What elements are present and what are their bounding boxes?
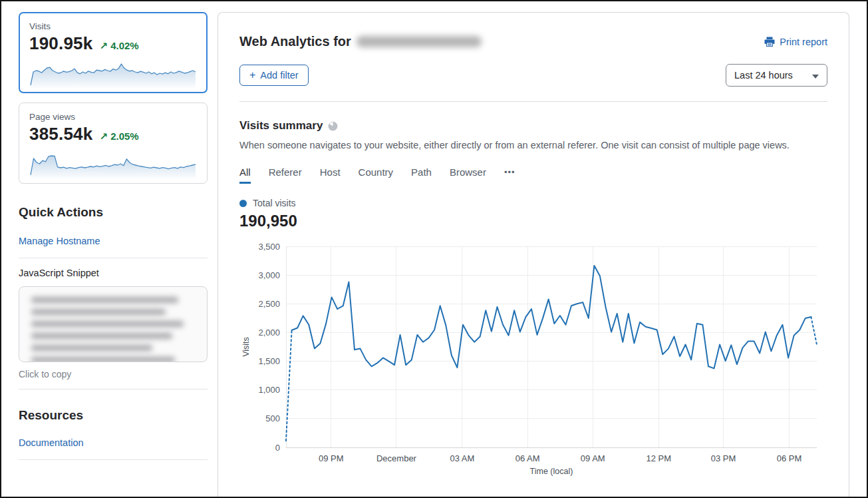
total-visits-value: 190,950	[239, 212, 827, 230]
svg-text:1,000: 1,000	[258, 385, 280, 395]
tab-referer[interactable]: Referer	[269, 166, 302, 178]
divider	[19, 389, 208, 389]
svg-text:Time (local): Time (local)	[530, 467, 573, 476]
visits-card-value: 190.95k	[29, 33, 92, 54]
chevron-down-icon	[812, 75, 819, 79]
visits-summary-description: When someone navigates to your website, …	[239, 140, 827, 150]
visits-metric-card[interactable]: Visits 190.95k ↗ 4.02%	[19, 12, 208, 93]
trend-up-icon: ↗	[99, 40, 108, 51]
plus-icon: +	[249, 70, 255, 81]
site-domain-redacted	[357, 36, 482, 47]
divider	[19, 459, 208, 460]
app-window: Visits 190.95k ↗ 4.02% Page views 385.54…	[0, 0, 868, 498]
svg-text:03 AM: 03 AM	[450, 453, 475, 463]
svg-text:3,500: 3,500	[258, 242, 280, 252]
svg-text:0: 0	[275, 443, 280, 453]
svg-text:December: December	[376, 453, 417, 463]
redacted-code-line	[31, 321, 184, 327]
print-report-link[interactable]: Print report	[764, 37, 827, 47]
chart-legend: Total visits	[239, 198, 827, 208]
pie-chart-icon	[328, 121, 338, 131]
click-to-copy-hint: Click to copy	[19, 369, 208, 379]
quick-actions-heading: Quick Actions	[19, 205, 208, 220]
svg-text:03 PM: 03 PM	[711, 453, 736, 463]
redacted-code-line	[31, 357, 175, 362]
visits-summary-title: Visits summary	[239, 119, 323, 132]
svg-text:3,000: 3,000	[258, 270, 280, 280]
divider	[239, 101, 827, 102]
page-title: Web Analytics for	[239, 34, 482, 49]
visits-card-label: Visits	[29, 21, 197, 31]
svg-text:12 PM: 12 PM	[646, 453, 671, 463]
redacted-code-line	[31, 333, 172, 339]
dimension-tabs: AllRefererHostCountryPathBrowser•••	[239, 166, 827, 178]
pageviews-metric-card[interactable]: Page views 385.54k ↗ 2.05%	[19, 103, 208, 184]
svg-text:2,000: 2,000	[258, 328, 280, 338]
legend-label: Total visits	[253, 198, 296, 208]
printer-icon	[764, 37, 775, 47]
svg-text:Visits: Visits	[241, 337, 251, 357]
tab-all[interactable]: All	[239, 166, 251, 178]
tab-path[interactable]: Path	[411, 166, 432, 178]
visits-sparkline-chart	[29, 57, 197, 89]
tab-browser[interactable]: Browser	[450, 166, 486, 178]
redacted-code-line	[31, 345, 152, 351]
svg-text:06 AM: 06 AM	[515, 453, 540, 463]
svg-text:06 PM: 06 PM	[777, 453, 802, 463]
trend-up-icon: ↗	[99, 130, 108, 142]
js-snippet-label: JavaScript Snippet	[19, 268, 208, 278]
visits-summary-chart: 05001,0001,5002,0002,5003,0003,50009 PMD…	[239, 240, 827, 478]
svg-text:1,500: 1,500	[258, 356, 280, 366]
manage-hostname-link[interactable]: Manage Hostname	[19, 236, 100, 246]
svg-text:2,500: 2,500	[258, 299, 280, 309]
tab-more[interactable]: •••	[504, 167, 515, 177]
time-range-select[interactable]: Last 24 hours	[726, 64, 827, 87]
sidebar: Visits 190.95k ↗ 4.02% Page views 385.54…	[19, 12, 208, 460]
pageviews-card-value: 385.54k	[29, 124, 92, 144]
redacted-code-line	[31, 309, 166, 315]
svg-text:09 PM: 09 PM	[319, 453, 344, 463]
visits-card-change: ↗ 4.02%	[99, 40, 138, 52]
pageviews-sparkline-chart	[29, 147, 197, 179]
divider	[19, 258, 208, 258]
pageviews-card-label: Page views	[29, 112, 197, 122]
documentation-link[interactable]: Documentation	[19, 437, 84, 448]
main-panel: Web Analytics for Print report +	[217, 12, 849, 498]
svg-text:500: 500	[265, 413, 280, 423]
redacted-code-line	[31, 297, 178, 303]
add-filter-button[interactable]: + Add filter	[239, 65, 309, 86]
legend-dot-icon	[239, 200, 247, 207]
js-snippet-box-redacted[interactable]	[19, 286, 208, 362]
tab-country[interactable]: Country	[359, 166, 394, 178]
visits-summary-section: Visits summary When someone navigates to…	[218, 119, 849, 478]
pageviews-card-change: ↗ 2.05%	[99, 130, 138, 142]
resources-heading: Resources	[19, 408, 208, 423]
svg-text:09 AM: 09 AM	[581, 453, 605, 463]
tab-host[interactable]: Host	[320, 166, 341, 178]
